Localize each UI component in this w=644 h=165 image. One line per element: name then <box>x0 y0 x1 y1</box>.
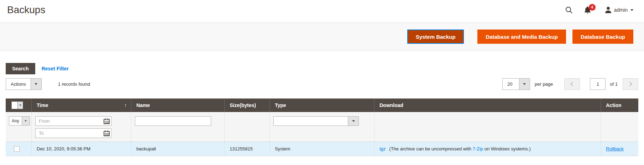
row-cell-time: Dec 10, 2020, 9:05:36 PM <box>31 142 131 156</box>
download-note: (The archive can be uncompressed with 7-… <box>389 146 530 151</box>
download-note-post: on Windows systems.) <box>483 146 531 151</box>
per-page-select-arrow[interactable] <box>519 79 530 90</box>
any-filter-arrow[interactable] <box>22 117 30 125</box>
grid-header-cell-action: Action <box>601 99 638 112</box>
time-from-field <box>35 116 111 126</box>
type-filter-value <box>274 117 348 126</box>
next-page-button[interactable] <box>623 78 638 90</box>
chevron-down-icon <box>523 83 526 85</box>
page-actions-band: System Backup Database and Media Backup … <box>0 22 644 51</box>
grid-toolbar-left: Actions 1 records found <box>6 78 90 90</box>
filter-cell-type <box>269 112 374 142</box>
per-page-value: 20 <box>503 79 519 90</box>
from-calendar-button[interactable] <box>104 118 110 124</box>
grid-header-cell-name[interactable]: Name <box>131 99 224 112</box>
pagination: 20 per page of 1 <box>502 78 638 90</box>
page-header: Backups 4 admin <box>0 0 644 20</box>
any-filter-select[interactable]: Any <box>9 116 30 126</box>
row-cell-size: 131255815 <box>224 142 269 156</box>
per-page-select[interactable]: 20 <box>502 78 530 90</box>
total-pages-label: of 1 <box>610 81 618 87</box>
user-icon <box>605 7 611 13</box>
filter-cell-name <box>131 112 224 142</box>
type-filter-arrow[interactable] <box>348 117 358 126</box>
grid-header-row: Time ↑ Name Size(bytes) Type Download Ac… <box>6 99 638 112</box>
page-title: Backups <box>7 4 45 16</box>
tgz-download-link[interactable]: tgz <box>379 146 386 151</box>
filter-cell-time <box>31 112 131 142</box>
column-label-time: Time <box>37 102 48 108</box>
records-found-label: 1 records found <box>58 81 90 87</box>
chevron-down-icon <box>25 120 27 122</box>
grid-header-cell-type[interactable]: Type <box>269 99 374 112</box>
column-label-download: Download <box>379 102 403 108</box>
chevron-left-icon <box>570 82 575 86</box>
actions-select[interactable]: Actions <box>6 78 42 90</box>
grid-filter-actions: Search Reset Filter <box>0 63 644 74</box>
actions-select-value: Actions <box>6 79 31 90</box>
mass-select-box <box>12 102 17 109</box>
any-filter-value: Any <box>9 117 22 125</box>
reset-filter-link[interactable]: Reset Filter <box>42 66 69 71</box>
chevron-down-icon <box>630 9 633 11</box>
calendar-icon <box>104 118 110 124</box>
chevron-right-icon <box>628 82 632 86</box>
mass-select-dropdown[interactable] <box>11 101 23 109</box>
time-from-input[interactable] <box>35 116 111 126</box>
chevron-down-icon <box>19 105 21 106</box>
grid-toolbar: Actions 1 records found 20 per page of 1 <box>0 78 644 90</box>
filter-cell-select: Any <box>6 112 31 142</box>
notifications-button[interactable]: 4 <box>584 6 591 14</box>
grid-header-cell-select <box>6 99 31 112</box>
chevron-down-icon <box>352 120 355 122</box>
header-actions: 4 admin <box>565 6 633 14</box>
grid-search-button[interactable]: Search <box>6 63 35 74</box>
row-cell-action: Rollback <box>601 142 638 156</box>
backups-grid: Time ↑ Name Size(bytes) Type Download Ac… <box>6 99 638 156</box>
chevron-down-icon <box>35 83 37 85</box>
admin-username: admin <box>614 7 628 13</box>
filter-cell-size <box>224 112 269 142</box>
rollback-link[interactable]: Rollback <box>606 146 624 151</box>
column-label-type: Type <box>275 102 286 108</box>
column-label-size: Size(bytes) <box>230 102 256 108</box>
grid-filter-row: Any <box>6 112 638 142</box>
current-page-input[interactable] <box>590 78 606 90</box>
database-media-backup-button[interactable]: Database and Media Backup <box>477 30 566 44</box>
row-cell-name: backupall <box>131 142 224 156</box>
name-filter-input[interactable] <box>135 116 211 126</box>
time-to-field <box>35 128 111 138</box>
mass-select-arrow <box>17 102 23 109</box>
row-cell-select <box>6 142 31 156</box>
type-filter-select[interactable] <box>273 116 359 126</box>
column-label-action: Action <box>606 102 622 108</box>
grid-header-cell-download: Download <box>374 99 601 112</box>
row-cell-download: tgz (The archive can be uncompressed wit… <box>374 142 601 156</box>
database-backup-button[interactable]: Database Backup <box>572 30 633 44</box>
admin-user-menu[interactable]: admin <box>605 7 633 13</box>
notification-count-badge: 4 <box>589 4 596 11</box>
calendar-icon <box>104 131 110 136</box>
seven-zip-link[interactable]: 7-Zip <box>472 146 483 151</box>
search-icon <box>565 6 573 14</box>
system-backup-button[interactable]: System Backup <box>407 30 464 44</box>
row-checkbox[interactable] <box>14 146 20 152</box>
grid-header-cell-time[interactable]: Time ↑ <box>31 99 131 112</box>
filter-cell-action <box>601 112 638 142</box>
column-label-name: Name <box>136 102 150 108</box>
search-button[interactable] <box>565 6 573 14</box>
grid-header-cell-size[interactable]: Size(bytes) <box>224 99 269 112</box>
table-row[interactable]: Dec 10, 2020, 9:05:36 PM backupall 13125… <box>6 142 638 156</box>
row-cell-type: System <box>269 142 374 156</box>
per-page-label: per page <box>535 81 553 87</box>
download-note-pre: (The archive can be uncompressed with <box>389 146 472 151</box>
actions-select-arrow[interactable] <box>31 79 41 90</box>
to-calendar-button[interactable] <box>104 131 110 136</box>
previous-page-button[interactable] <box>564 78 580 90</box>
sort-ascending-icon: ↑ <box>124 102 127 108</box>
filter-cell-download <box>374 112 601 142</box>
time-to-input[interactable] <box>35 128 111 138</box>
